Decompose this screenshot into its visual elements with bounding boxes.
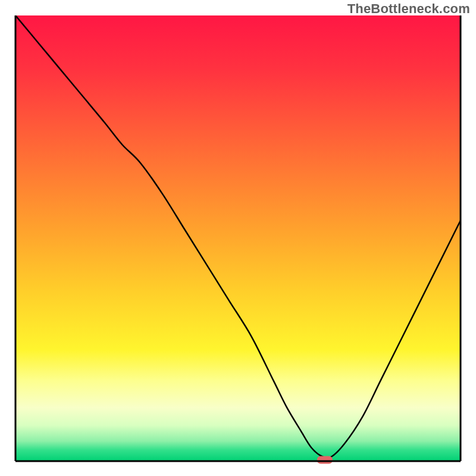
current-point-marker xyxy=(317,456,333,464)
watermark-text: TheBottleneck.com xyxy=(347,1,470,17)
chart-svg xyxy=(0,0,476,476)
plot-background xyxy=(15,15,461,461)
chart-stage: { "watermark": "TheBottleneck.com", "cha… xyxy=(0,0,476,476)
